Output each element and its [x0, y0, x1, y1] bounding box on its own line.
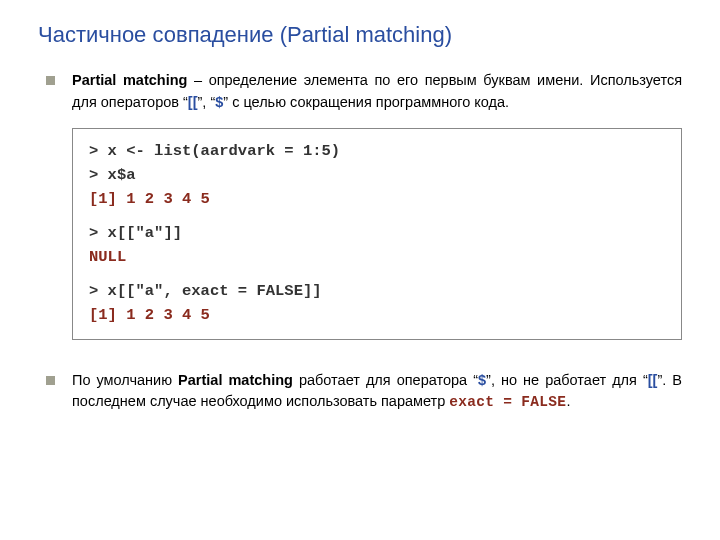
slide: Частичное совпадение (Partial matching) … — [0, 0, 720, 540]
bullet-2-text-1: работает для оператора “ — [293, 372, 478, 388]
bullet-1-text-3: ” с целью сокращения программного кода. — [223, 94, 509, 110]
bullet-2-op1: $ — [478, 372, 486, 388]
code-line-2: > x$a — [89, 163, 665, 187]
bullet-2-text-2: ”, но не работает для “ — [486, 372, 648, 388]
code-line-1: > x <- list(aardvark = 1:5) — [89, 139, 665, 163]
bullet-2-lead: Partial matching — [178, 372, 293, 388]
bullet-1-lead: Partial matching — [72, 72, 187, 88]
bullet-1: Partial matching – определение элемента … — [44, 70, 682, 114]
bullets-bottom: По умолчанию Partial matching работает д… — [38, 370, 682, 415]
bullet-1-text-2: ”, “ — [198, 94, 216, 110]
bullet-1-op1: [[ — [188, 94, 198, 110]
bullet-2-pre: По умолчанию — [72, 372, 178, 388]
bullet-2-tail: . — [566, 393, 570, 409]
bullet-2: По умолчанию Partial matching работает д… — [44, 370, 682, 415]
slide-title: Частичное совпадение (Partial matching) — [38, 22, 682, 48]
code-output-1: [1] 1 2 3 4 5 — [89, 187, 665, 211]
bullets-top: Partial matching – определение элемента … — [38, 70, 682, 114]
code-output-3: [1] 1 2 3 4 5 — [89, 303, 665, 327]
code-line-4: > x[["a", exact = FALSE]] — [89, 279, 665, 303]
code-output-2: NULL — [89, 245, 665, 269]
bullet-2-mono: exact = FALSE — [449, 394, 566, 410]
bullet-2-op2: [[ — [648, 372, 658, 388]
code-block: > x <- list(aardvark = 1:5) > x$a [1] 1 … — [72, 128, 682, 340]
code-line-3: > x[["a"]] — [89, 221, 665, 245]
